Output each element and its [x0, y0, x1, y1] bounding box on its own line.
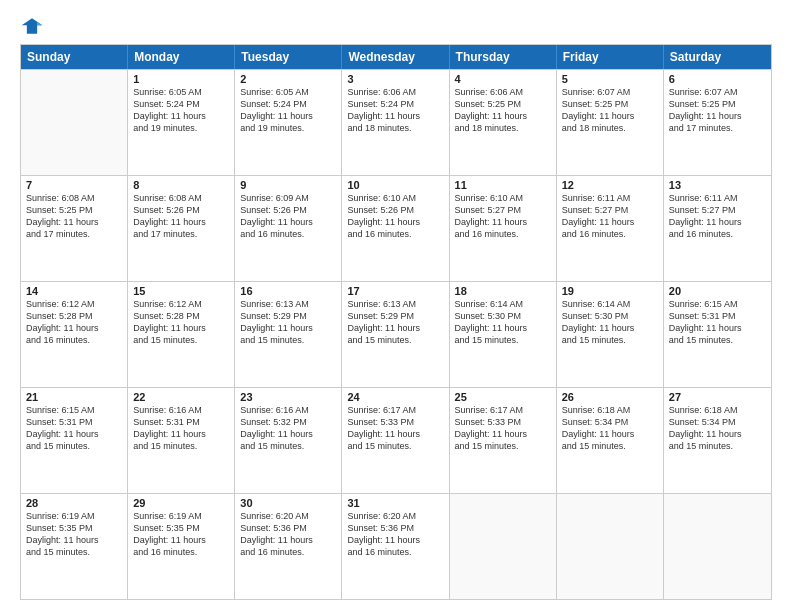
weekday-header-sunday: Sunday: [21, 45, 128, 69]
day-info: Sunrise: 6:14 AM Sunset: 5:30 PM Dayligh…: [562, 298, 658, 347]
day-cell-23: 23Sunrise: 6:16 AM Sunset: 5:32 PM Dayli…: [235, 388, 342, 493]
day-info: Sunrise: 6:09 AM Sunset: 5:26 PM Dayligh…: [240, 192, 336, 241]
day-info: Sunrise: 6:19 AM Sunset: 5:35 PM Dayligh…: [26, 510, 122, 559]
day-info: Sunrise: 6:08 AM Sunset: 5:25 PM Dayligh…: [26, 192, 122, 241]
day-number: 7: [26, 179, 122, 191]
day-cell-30: 30Sunrise: 6:20 AM Sunset: 5:36 PM Dayli…: [235, 494, 342, 599]
day-info: Sunrise: 6:16 AM Sunset: 5:32 PM Dayligh…: [240, 404, 336, 453]
day-number: 30: [240, 497, 336, 509]
empty-cell: [21, 70, 128, 175]
logo: [20, 16, 48, 36]
day-cell-13: 13Sunrise: 6:11 AM Sunset: 5:27 PM Dayli…: [664, 176, 771, 281]
day-cell-31: 31Sunrise: 6:20 AM Sunset: 5:36 PM Dayli…: [342, 494, 449, 599]
day-number: 9: [240, 179, 336, 191]
empty-cell: [450, 494, 557, 599]
weekday-header-friday: Friday: [557, 45, 664, 69]
day-number: 15: [133, 285, 229, 297]
day-cell-4: 4Sunrise: 6:06 AM Sunset: 5:25 PM Daylig…: [450, 70, 557, 175]
day-info: Sunrise: 6:07 AM Sunset: 5:25 PM Dayligh…: [562, 86, 658, 135]
day-number: 31: [347, 497, 443, 509]
day-info: Sunrise: 6:05 AM Sunset: 5:24 PM Dayligh…: [133, 86, 229, 135]
day-info: Sunrise: 6:12 AM Sunset: 5:28 PM Dayligh…: [26, 298, 122, 347]
day-cell-1: 1Sunrise: 6:05 AM Sunset: 5:24 PM Daylig…: [128, 70, 235, 175]
day-number: 22: [133, 391, 229, 403]
day-info: Sunrise: 6:19 AM Sunset: 5:35 PM Dayligh…: [133, 510, 229, 559]
day-number: 1: [133, 73, 229, 85]
day-cell-20: 20Sunrise: 6:15 AM Sunset: 5:31 PM Dayli…: [664, 282, 771, 387]
day-info: Sunrise: 6:12 AM Sunset: 5:28 PM Dayligh…: [133, 298, 229, 347]
day-cell-5: 5Sunrise: 6:07 AM Sunset: 5:25 PM Daylig…: [557, 70, 664, 175]
day-number: 14: [26, 285, 122, 297]
day-info: Sunrise: 6:10 AM Sunset: 5:26 PM Dayligh…: [347, 192, 443, 241]
day-cell-11: 11Sunrise: 6:10 AM Sunset: 5:27 PM Dayli…: [450, 176, 557, 281]
day-number: 19: [562, 285, 658, 297]
day-cell-6: 6Sunrise: 6:07 AM Sunset: 5:25 PM Daylig…: [664, 70, 771, 175]
day-info: Sunrise: 6:20 AM Sunset: 5:36 PM Dayligh…: [240, 510, 336, 559]
day-info: Sunrise: 6:15 AM Sunset: 5:31 PM Dayligh…: [26, 404, 122, 453]
weekday-header-wednesday: Wednesday: [342, 45, 449, 69]
day-cell-10: 10Sunrise: 6:10 AM Sunset: 5:26 PM Dayli…: [342, 176, 449, 281]
logo-icon: [20, 16, 44, 36]
weekday-header-tuesday: Tuesday: [235, 45, 342, 69]
day-number: 29: [133, 497, 229, 509]
day-number: 24: [347, 391, 443, 403]
empty-cell: [664, 494, 771, 599]
day-info: Sunrise: 6:11 AM Sunset: 5:27 PM Dayligh…: [669, 192, 766, 241]
day-number: 3: [347, 73, 443, 85]
day-number: 11: [455, 179, 551, 191]
day-cell-16: 16Sunrise: 6:13 AM Sunset: 5:29 PM Dayli…: [235, 282, 342, 387]
day-info: Sunrise: 6:10 AM Sunset: 5:27 PM Dayligh…: [455, 192, 551, 241]
header: [20, 16, 772, 36]
day-info: Sunrise: 6:20 AM Sunset: 5:36 PM Dayligh…: [347, 510, 443, 559]
empty-cell: [557, 494, 664, 599]
day-cell-7: 7Sunrise: 6:08 AM Sunset: 5:25 PM Daylig…: [21, 176, 128, 281]
calendar: SundayMondayTuesdayWednesdayThursdayFrid…: [20, 44, 772, 600]
day-cell-14: 14Sunrise: 6:12 AM Sunset: 5:28 PM Dayli…: [21, 282, 128, 387]
day-number: 5: [562, 73, 658, 85]
weekday-header-thursday: Thursday: [450, 45, 557, 69]
day-number: 28: [26, 497, 122, 509]
day-info: Sunrise: 6:05 AM Sunset: 5:24 PM Dayligh…: [240, 86, 336, 135]
day-number: 25: [455, 391, 551, 403]
day-info: Sunrise: 6:18 AM Sunset: 5:34 PM Dayligh…: [562, 404, 658, 453]
calendar-row-4: 28Sunrise: 6:19 AM Sunset: 5:35 PM Dayli…: [21, 493, 771, 599]
day-number: 4: [455, 73, 551, 85]
day-cell-22: 22Sunrise: 6:16 AM Sunset: 5:31 PM Dayli…: [128, 388, 235, 493]
day-cell-29: 29Sunrise: 6:19 AM Sunset: 5:35 PM Dayli…: [128, 494, 235, 599]
day-info: Sunrise: 6:16 AM Sunset: 5:31 PM Dayligh…: [133, 404, 229, 453]
day-cell-24: 24Sunrise: 6:17 AM Sunset: 5:33 PM Dayli…: [342, 388, 449, 493]
calendar-body: 1Sunrise: 6:05 AM Sunset: 5:24 PM Daylig…: [21, 69, 771, 599]
day-number: 8: [133, 179, 229, 191]
day-number: 18: [455, 285, 551, 297]
day-info: Sunrise: 6:15 AM Sunset: 5:31 PM Dayligh…: [669, 298, 766, 347]
day-number: 12: [562, 179, 658, 191]
day-number: 10: [347, 179, 443, 191]
day-number: 6: [669, 73, 766, 85]
day-info: Sunrise: 6:18 AM Sunset: 5:34 PM Dayligh…: [669, 404, 766, 453]
day-cell-28: 28Sunrise: 6:19 AM Sunset: 5:35 PM Dayli…: [21, 494, 128, 599]
weekday-header-saturday: Saturday: [664, 45, 771, 69]
day-number: 20: [669, 285, 766, 297]
day-cell-21: 21Sunrise: 6:15 AM Sunset: 5:31 PM Dayli…: [21, 388, 128, 493]
day-info: Sunrise: 6:06 AM Sunset: 5:25 PM Dayligh…: [455, 86, 551, 135]
day-number: 17: [347, 285, 443, 297]
day-info: Sunrise: 6:06 AM Sunset: 5:24 PM Dayligh…: [347, 86, 443, 135]
calendar-row-1: 7Sunrise: 6:08 AM Sunset: 5:25 PM Daylig…: [21, 175, 771, 281]
day-info: Sunrise: 6:13 AM Sunset: 5:29 PM Dayligh…: [347, 298, 443, 347]
day-number: 16: [240, 285, 336, 297]
day-cell-25: 25Sunrise: 6:17 AM Sunset: 5:33 PM Dayli…: [450, 388, 557, 493]
day-cell-17: 17Sunrise: 6:13 AM Sunset: 5:29 PM Dayli…: [342, 282, 449, 387]
day-info: Sunrise: 6:17 AM Sunset: 5:33 PM Dayligh…: [455, 404, 551, 453]
day-info: Sunrise: 6:07 AM Sunset: 5:25 PM Dayligh…: [669, 86, 766, 135]
day-cell-12: 12Sunrise: 6:11 AM Sunset: 5:27 PM Dayli…: [557, 176, 664, 281]
day-info: Sunrise: 6:17 AM Sunset: 5:33 PM Dayligh…: [347, 404, 443, 453]
page: SundayMondayTuesdayWednesdayThursdayFrid…: [0, 0, 792, 612]
day-info: Sunrise: 6:08 AM Sunset: 5:26 PM Dayligh…: [133, 192, 229, 241]
calendar-row-0: 1Sunrise: 6:05 AM Sunset: 5:24 PM Daylig…: [21, 69, 771, 175]
weekday-header-monday: Monday: [128, 45, 235, 69]
day-cell-8: 8Sunrise: 6:08 AM Sunset: 5:26 PM Daylig…: [128, 176, 235, 281]
day-number: 23: [240, 391, 336, 403]
day-number: 27: [669, 391, 766, 403]
day-cell-9: 9Sunrise: 6:09 AM Sunset: 5:26 PM Daylig…: [235, 176, 342, 281]
calendar-row-3: 21Sunrise: 6:15 AM Sunset: 5:31 PM Dayli…: [21, 387, 771, 493]
